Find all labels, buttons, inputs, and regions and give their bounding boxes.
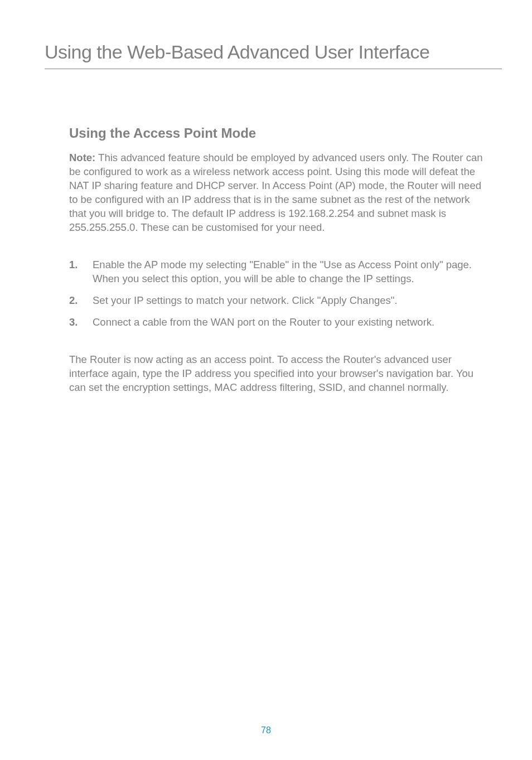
list-number: 1. bbox=[69, 258, 93, 286]
section-heading: Using the Access Point Mode bbox=[69, 125, 487, 141]
content-area: Using the Access Point Mode Note: This a… bbox=[69, 125, 487, 395]
steps-list: 1. Enable the AP mode my selecting "Enab… bbox=[69, 258, 487, 330]
list-text: Enable the AP mode my selecting "Enable"… bbox=[93, 258, 487, 286]
list-text: Set your IP settings to match your netwo… bbox=[93, 294, 487, 308]
list-number: 3. bbox=[69, 316, 93, 330]
list-text: Connect a cable from the WAN port on the… bbox=[93, 316, 487, 330]
list-item: 3. Connect a cable from the WAN port on … bbox=[69, 316, 487, 330]
list-item: 2. Set your IP settings to match your ne… bbox=[69, 294, 487, 308]
page-title: Using the Web-Based Advanced User Interf… bbox=[45, 41, 502, 69]
note-label: Note: bbox=[69, 152, 95, 163]
list-number: 2. bbox=[69, 294, 93, 308]
note-paragraph: Note: This advanced feature should be em… bbox=[69, 151, 487, 235]
list-item: 1. Enable the AP mode my selecting "Enab… bbox=[69, 258, 487, 286]
closing-paragraph: The Router is now acting as an access po… bbox=[69, 353, 487, 395]
page-number: 78 bbox=[0, 725, 532, 735]
note-text: This advanced feature should be employed… bbox=[69, 152, 482, 233]
